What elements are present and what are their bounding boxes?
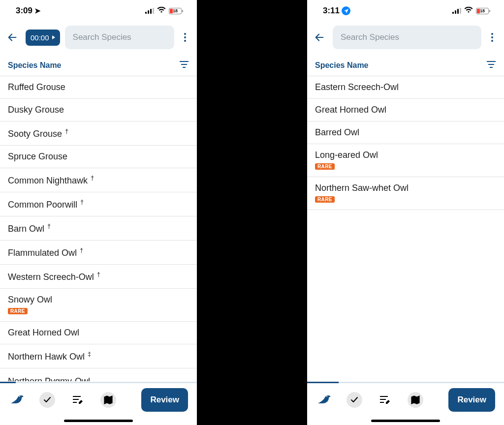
species-name: Dusky Grouse bbox=[8, 105, 64, 115]
species-name: Ruffed Grouse bbox=[8, 82, 65, 92]
list-edit-icon[interactable] bbox=[70, 392, 86, 408]
cellular-icon bbox=[145, 8, 154, 14]
toolbar: 00:00 Search Species bbox=[0, 22, 197, 55]
species-name: Long-eared Owl bbox=[315, 150, 378, 160]
note-mark: † bbox=[80, 198, 84, 206]
overflow-menu-button[interactable] bbox=[179, 30, 191, 45]
species-name: Barred Owl bbox=[315, 127, 359, 137]
map-icon[interactable] bbox=[100, 392, 116, 408]
list-item[interactable]: Northern Hawk Owl‡ bbox=[0, 344, 197, 368]
check-icon[interactable] bbox=[346, 392, 362, 408]
species-name: Flammulated Owl bbox=[8, 248, 77, 258]
bottom-bar: Review bbox=[0, 381, 197, 425]
toolbar: Search Species bbox=[307, 22, 504, 55]
progress-track bbox=[307, 382, 504, 383]
list-item[interactable]: Barn Owl† bbox=[0, 216, 197, 241]
timer-pill[interactable]: 00:00 bbox=[26, 30, 60, 46]
list-item[interactable]: Spruce Grouse bbox=[0, 146, 197, 168]
species-list[interactable]: Eastern Screech-OwlGreat Horned OwlBarre… bbox=[307, 76, 504, 425]
status-time: 3:11 bbox=[323, 6, 340, 16]
back-button[interactable] bbox=[311, 29, 328, 46]
bird-icon[interactable] bbox=[316, 392, 332, 408]
back-button[interactable] bbox=[4, 29, 21, 46]
note-mark: † bbox=[97, 271, 100, 278]
species-name: Spruce Grouse bbox=[8, 152, 67, 161]
species-name: Eastern Screech-Owl bbox=[315, 82, 399, 92]
list-item[interactable]: Ruffed Grouse bbox=[0, 76, 197, 99]
species-name: Great Horned Owl bbox=[8, 328, 79, 337]
species-name: Northern Hawk Owl bbox=[8, 352, 85, 362]
bottom-bar: Review bbox=[307, 381, 504, 425]
wifi-icon bbox=[157, 6, 166, 15]
note-mark: † bbox=[65, 127, 68, 135]
status-bar: 3:11 18 bbox=[307, 0, 504, 22]
review-button[interactable]: Review bbox=[448, 388, 495, 412]
progress-fill bbox=[0, 382, 16, 383]
list-item[interactable]: Common Poorwill† bbox=[0, 192, 197, 216]
species-list[interactable]: Ruffed GrouseDusky GrouseSooty Grouse†Sp… bbox=[0, 76, 197, 425]
species-name: Northern Saw-whet Owl bbox=[315, 183, 409, 193]
battery-icon: 18 bbox=[169, 8, 183, 14]
species-name: Common Poorwill bbox=[8, 200, 77, 210]
battery-icon: 18 bbox=[476, 8, 490, 14]
location-icon: ➤ bbox=[34, 6, 41, 15]
filter-icon[interactable] bbox=[179, 60, 189, 71]
sort-header[interactable]: Species Name bbox=[307, 55, 504, 76]
list-item[interactable]: Dusky Grouse bbox=[0, 99, 197, 121]
home-indicator bbox=[371, 420, 440, 422]
species-name: Sooty Grouse bbox=[8, 129, 62, 139]
list-item[interactable]: Long-eared OwlRARE bbox=[307, 144, 504, 177]
play-icon bbox=[52, 35, 55, 39]
phone-left: 3:09 ➤ 18 00:00 Search Sp bbox=[0, 0, 197, 425]
bird-icon[interactable] bbox=[9, 392, 25, 408]
species-name: Barn Owl bbox=[8, 224, 44, 234]
species-name: Western Screech-Owl bbox=[8, 272, 94, 282]
list-item[interactable]: Western Screech-Owl† bbox=[0, 265, 197, 289]
list-item[interactable]: Sooty Grouse† bbox=[0, 121, 197, 146]
list-item[interactable]: Common Nighthawk† bbox=[0, 168, 197, 192]
list-item[interactable]: Flammulated Owl† bbox=[0, 241, 197, 265]
note-mark: † bbox=[47, 222, 51, 230]
list-item[interactable]: Barred Owl bbox=[307, 121, 504, 144]
sort-label: Species Name bbox=[315, 61, 369, 70]
sort-label: Species Name bbox=[8, 61, 62, 70]
overflow-menu-button[interactable] bbox=[486, 30, 498, 45]
map-icon[interactable] bbox=[408, 392, 423, 408]
rare-badge: RARE bbox=[8, 308, 28, 314]
rare-badge: RARE bbox=[315, 196, 335, 203]
rare-badge: RARE bbox=[315, 163, 335, 170]
progress-track bbox=[0, 382, 197, 383]
search-placeholder: Search Species bbox=[341, 32, 399, 42]
timer-label: 00:00 bbox=[31, 33, 49, 42]
list-item[interactable]: Eastern Screech-Owl bbox=[307, 76, 504, 99]
review-button[interactable]: Review bbox=[141, 388, 188, 412]
phone-right: 3:11 18 Search Species bbox=[307, 0, 504, 425]
gap bbox=[197, 0, 307, 425]
check-icon[interactable] bbox=[39, 392, 55, 408]
note-mark: † bbox=[80, 246, 83, 254]
search-input[interactable]: Search Species bbox=[65, 26, 174, 49]
note-mark: ‡ bbox=[88, 350, 91, 358]
filter-icon[interactable] bbox=[486, 60, 496, 71]
status-bar: 3:09 ➤ 18 bbox=[0, 0, 197, 22]
list-item[interactable]: Northern Saw-whet OwlRARE bbox=[307, 177, 504, 210]
species-name: Snowy Owl bbox=[8, 295, 52, 304]
cellular-icon bbox=[452, 8, 461, 14]
wifi-icon bbox=[464, 6, 473, 15]
location-icon bbox=[342, 6, 350, 15]
list-item[interactable]: Snowy OwlRARE bbox=[0, 289, 197, 322]
list-edit-icon[interactable] bbox=[377, 392, 393, 408]
species-name: Common Nighthawk bbox=[8, 176, 88, 185]
search-placeholder: Search Species bbox=[73, 32, 131, 42]
progress-fill bbox=[307, 382, 339, 383]
note-mark: † bbox=[91, 174, 94, 182]
search-input[interactable]: Search Species bbox=[333, 26, 481, 49]
list-item[interactable]: Great Horned Owl bbox=[307, 99, 504, 121]
home-indicator bbox=[64, 420, 133, 422]
sort-header[interactable]: Species Name bbox=[0, 55, 197, 76]
species-name: Great Horned Owl bbox=[315, 105, 386, 115]
list-item[interactable]: Great Horned Owl bbox=[0, 322, 197, 344]
status-time: 3:09 bbox=[16, 6, 32, 16]
